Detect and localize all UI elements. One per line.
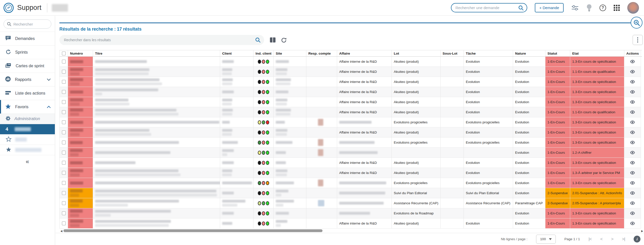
table-row[interactable]: Affaire interne de la R&DAkuiteo (produi… <box>60 67 642 77</box>
sidebar-search[interactable] <box>4 19 51 29</box>
favorite-item-administration[interactable]: Administration <box>0 114 55 124</box>
view-row-button[interactable] <box>630 151 635 154</box>
new-demande-button[interactable]: + Demande <box>535 3 564 12</box>
view-row-button[interactable] <box>630 171 635 175</box>
row-checkbox[interactable] <box>62 211 66 215</box>
results-filter-input[interactable] <box>64 38 255 42</box>
horizontal-scrollbar[interactable]: ◀ ▶ <box>55 229 644 233</box>
table-row[interactable]: Evolutions progiciellesEvolutions progic… <box>60 117 642 127</box>
columns-config-icon[interactable] <box>270 37 276 44</box>
view-row-button[interactable] <box>630 191 635 195</box>
next-page-button[interactable]: > <box>611 237 613 242</box>
last-page-button[interactable]: >| <box>622 237 625 242</box>
row-checkbox[interactable] <box>62 191 66 195</box>
scrollbar-thumb[interactable] <box>63 229 323 232</box>
row-checkbox[interactable] <box>62 120 66 124</box>
table-row[interactable]: Affaire interne de la R&DAkuiteo (produi… <box>60 77 642 87</box>
scroll-right-arrow[interactable]: ▶ <box>641 230 643 232</box>
global-search[interactable] <box>451 3 527 12</box>
view-row-button[interactable] <box>630 161 635 165</box>
table-row[interactable]: Evolutions de la RoadmapEvolution1-En-Co… <box>60 208 642 218</box>
row-checkbox[interactable] <box>62 161 66 165</box>
favorite-item[interactable] <box>0 145 55 155</box>
apps-grid-icon[interactable] <box>614 5 620 11</box>
view-row-button[interactable] <box>630 100 635 104</box>
row-checkbox[interactable] <box>62 171 66 175</box>
sidebar-item-cartes-de-sprint[interactable]: Cartes de sprint <box>0 59 55 73</box>
view-row-button[interactable] <box>630 80 635 84</box>
row-checkbox[interactable] <box>62 100 66 104</box>
app-logo[interactable]: ☍ Support <box>4 3 41 13</box>
row-checkbox[interactable] <box>62 80 66 84</box>
table-row[interactable]: Affaire interne de la R&DAkuiteo (produi… <box>60 158 642 168</box>
lightbulb-icon[interactable] <box>586 4 592 12</box>
sidebar-collapse-button[interactable]: « <box>0 155 55 168</box>
table-row[interactable]: Evolutions progiciellesEvolutions progic… <box>60 178 642 188</box>
view-row-button[interactable] <box>630 221 635 225</box>
sidebar-item-demandes[interactable]: Demandes <box>0 32 55 45</box>
table-row[interactable]: Affaire interne de la R&DAkuiteo (produi… <box>60 97 642 107</box>
scroll-left-arrow[interactable]: ◀ <box>60 230 62 232</box>
search-icon[interactable] <box>255 37 261 43</box>
prev-page-button[interactable]: < <box>600 237 603 242</box>
rows-per-page-select[interactable]: 100 <box>536 235 556 244</box>
row-checkbox[interactable] <box>62 221 66 225</box>
row-checkbox[interactable] <box>62 181 66 185</box>
table-menu-button[interactable] <box>633 35 643 45</box>
redacted-line <box>276 60 289 63</box>
table-row[interactable]: Evolution1-En-Cours1.2-A chiffrer <box>60 148 642 158</box>
view-row-button[interactable] <box>630 201 635 205</box>
row-checkbox[interactable] <box>62 130 66 134</box>
table-row[interactable]: Suivi du Plan EditorialSuivi du Plan Edi… <box>60 188 642 198</box>
info-icon[interactable]: i <box>634 236 640 242</box>
select-all-checkbox[interactable] <box>62 52 66 55</box>
table-row[interactable]: Affaire interne de la R&DAkuiteo (produi… <box>60 87 642 97</box>
row-checkbox[interactable] <box>62 110 66 114</box>
row-checkbox[interactable] <box>62 201 66 205</box>
favorite-item-active[interactable]: 4 <box>0 124 55 134</box>
refresh-icon[interactable] <box>281 37 287 44</box>
results-filter[interactable] <box>59 35 264 45</box>
view-row-button[interactable] <box>630 70 635 74</box>
table-row[interactable]: Assistance Récurrente (CAP)Assistance Ré… <box>60 198 642 208</box>
cell-etat: 1.3-En cours de spécification <box>570 77 624 87</box>
table-row[interactable]: Affaire interne de la R&DAkuiteo (produi… <box>60 127 642 138</box>
view-row-button[interactable] <box>630 60 635 63</box>
view-row-button[interactable] <box>630 110 635 114</box>
view-row-button[interactable] <box>630 90 635 94</box>
search-zoom-button[interactable] <box>631 17 642 29</box>
cell-resp-compte <box>306 168 337 178</box>
sidebar-item-favoris[interactable]: Favoris <box>0 100 55 114</box>
row-checkbox[interactable] <box>62 60 66 63</box>
first-page-button[interactable]: |< <box>588 237 591 242</box>
table-row[interactable]: Evolutions progiciellesEvolutions progic… <box>60 138 642 148</box>
row-checkbox[interactable] <box>62 141 66 144</box>
table-row[interactable]: Affaire interne de la R&DAkuiteo (produi… <box>60 107 642 117</box>
chevron-down-icon[interactable] <box>47 77 51 82</box>
global-search-input[interactable] <box>455 6 518 10</box>
sidebar-item-liste-des-actions[interactable]: Liste des actions <box>0 86 55 100</box>
table-row[interactable]: Affaire interne de la R&DAkuiteo (produi… <box>60 218 642 229</box>
filter-sliders-icon[interactable] <box>571 4 579 11</box>
row-checkbox[interactable] <box>62 90 66 94</box>
row-checkbox[interactable] <box>62 70 66 74</box>
view-row-button[interactable] <box>630 211 635 215</box>
favorite-item[interactable] <box>0 134 55 145</box>
table-row[interactable]: Affaire interne de la R&DAkuiteo (produi… <box>60 168 642 178</box>
help-icon[interactable]: ? <box>600 5 606 11</box>
redacted-line <box>70 199 83 203</box>
view-row-button[interactable] <box>630 130 635 134</box>
view-row-button[interactable] <box>630 120 635 124</box>
sidebar-item-rapports[interactable]: Rapports <box>0 73 55 86</box>
view-row-button[interactable] <box>630 141 635 144</box>
indicator-yellow-dot <box>258 151 261 155</box>
view-row-button[interactable] <box>630 181 635 185</box>
sidebar-item-sprints[interactable]: Sprints <box>0 45 55 59</box>
redacted-line <box>70 68 83 71</box>
sidebar-search-input[interactable] <box>13 22 44 26</box>
user-avatar[interactable] <box>627 2 639 14</box>
search-icon[interactable] <box>518 5 524 11</box>
chevron-up-icon[interactable] <box>47 105 51 109</box>
table-row[interactable]: Affaire interne de la R&DAkuiteo (produi… <box>60 57 642 67</box>
row-checkbox[interactable] <box>62 151 66 154</box>
